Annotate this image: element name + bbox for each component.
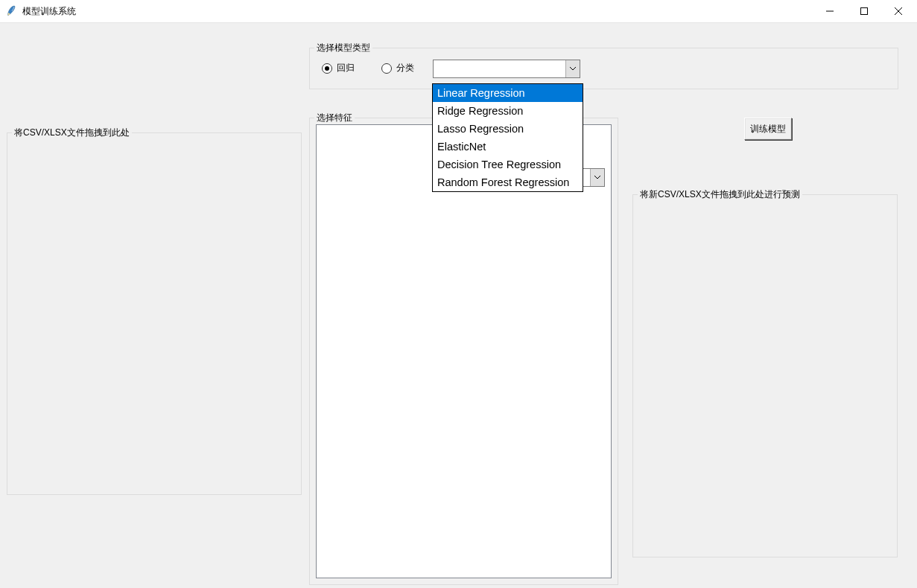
svg-rect-1	[861, 8, 868, 15]
feature-listbox[interactable]	[316, 124, 612, 578]
app-icon	[6, 5, 18, 17]
close-button[interactable]	[881, 0, 916, 22]
model-option[interactable]: Ridge Regression	[433, 102, 583, 120]
model-option[interactable]: Linear Regression	[433, 84, 583, 102]
chevron-down-icon	[565, 60, 580, 77]
train-button-label: 训练模型	[750, 123, 786, 135]
maximize-button[interactable]	[847, 0, 881, 22]
feature-select-legend: 选择特征	[314, 112, 355, 124]
input-file-dropzone[interactable]: 将CSV/XLSX文件拖拽到此处	[7, 132, 302, 495]
radio-classification[interactable]: 分类	[381, 62, 414, 74]
model-option[interactable]: Lasso Regression	[433, 120, 583, 138]
model-type-legend: 选择模型类型	[314, 42, 372, 54]
minimize-button[interactable]	[813, 0, 847, 22]
input-dropzone-legend: 将CSV/XLSX文件拖拽到此处	[12, 127, 132, 139]
radio-regression[interactable]: 回归	[322, 62, 355, 74]
window-title: 模型训练系统	[22, 5, 76, 18]
train-button[interactable]: 训练模型	[744, 118, 792, 140]
radio-classification-label: 分类	[396, 62, 414, 74]
model-select-value	[434, 60, 565, 77]
model-option[interactable]: Decision Tree Regression	[433, 156, 583, 173]
radio-regression-label: 回归	[337, 62, 355, 74]
radio-dot-icon	[381, 63, 392, 74]
client-area: 选择模型类型 回归 分类 Linear RegressionRidge Regr…	[0, 23, 917, 588]
chevron-down-icon	[590, 169, 604, 186]
predict-file-dropzone[interactable]: 将新CSV/XLSX文件拖拽到此处进行预测	[632, 194, 898, 557]
model-type-group: 选择模型类型 回归 分类	[309, 48, 898, 89]
model-option[interactable]: Random Forest Regression	[433, 173, 583, 191]
model-select-dropdown[interactable]: Linear RegressionRidge RegressionLasso R…	[432, 83, 583, 192]
model-option[interactable]: ElasticNet	[433, 138, 583, 156]
titlebar: 模型训练系统	[0, 0, 917, 23]
model-select-combobox[interactable]	[433, 60, 580, 78]
predict-dropzone-legend: 将新CSV/XLSX文件拖拽到此处进行预测	[638, 188, 802, 201]
radio-dot-icon	[322, 63, 332, 74]
